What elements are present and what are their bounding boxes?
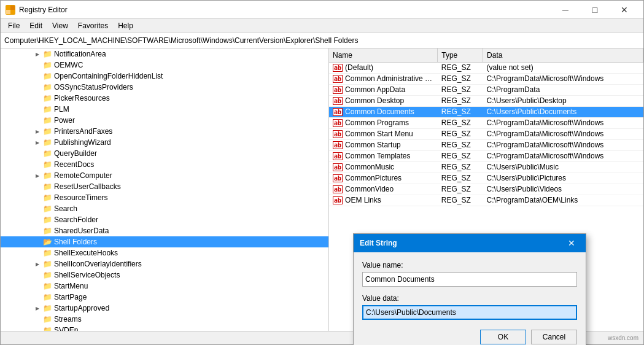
window-title: Registry Editor <box>19 6 551 14</box>
reg-type-icon: ab <box>333 130 343 138</box>
menu-edit[interactable]: Edit <box>25 20 47 31</box>
table-row[interactable]: abCommon DesktopREG_SZC:\Users\Public\De… <box>329 95 643 106</box>
tree-expand-arrow[interactable]: ▶ <box>33 262 42 267</box>
col-header-name: Name <box>329 48 438 62</box>
table-row[interactable]: abCommonMusicREG_SZC:\Users\Public\Music <box>329 161 643 172</box>
table-row[interactable]: abCommonVideoREG_SZC:\Users\Public\Video… <box>329 184 643 195</box>
tree-item-label: ShellIconOverlayIdentifiers <box>54 260 142 268</box>
tree-item-label: PLM <box>54 105 69 114</box>
tree-item[interactable]: 📁OEMWC <box>1 60 328 71</box>
value-type-cell: REG_SZ <box>438 62 483 73</box>
tree-item[interactable]: ▶📁RemoteComputer <box>1 170 328 181</box>
table-row[interactable]: abCommon ProgramsREG_SZC:\ProgramData\Mi… <box>329 117 643 128</box>
folder-icon: 📁 <box>42 182 52 191</box>
tree-item[interactable]: ▶📁PublishingWizard <box>1 137 328 148</box>
tree-item-label: StartPage <box>54 293 87 301</box>
value-name-input[interactable] <box>362 272 577 287</box>
svg-rect-2 <box>6 10 10 14</box>
cancel-button[interactable]: Cancel <box>531 330 577 344</box>
tree-item[interactable]: 📁StartPage <box>1 292 328 303</box>
table-row[interactable]: abCommonPicturesREG_SZC:\Users\Public\Pi… <box>329 172 643 184</box>
tree-item[interactable]: 📁ResourceTimers <box>1 192 328 203</box>
folder-icon: 📁 <box>42 326 52 331</box>
tree-item-label: SearchFolder <box>54 215 98 224</box>
table-row[interactable]: ab(Default)REG_SZ(value not set) <box>329 62 643 73</box>
reg-type-icon: ab <box>333 185 343 193</box>
value-type-cell: REG_SZ <box>438 172 483 184</box>
tree-expand-arrow[interactable]: ▶ <box>33 52 42 57</box>
dialog-close-button[interactable]: ✕ <box>564 235 580 251</box>
tree-item[interactable]: ▶📁ShellIconOverlayIdentifiers <box>1 258 328 269</box>
tree-item[interactable]: 📁OpenContainingFolderHiddenList <box>1 71 328 82</box>
tree-expand-arrow[interactable]: ▶ <box>33 173 42 179</box>
folder-icon: 📁 <box>42 160 52 169</box>
tree-item-label: RemoteComputer <box>54 171 112 180</box>
maximize-button[interactable]: □ <box>581 1 609 19</box>
ok-button[interactable]: OK <box>480 330 526 344</box>
tree-item-label: Power <box>54 116 75 125</box>
tree-item[interactable]: 📁SearchFolder <box>1 214 328 225</box>
tree-expand-arrow[interactable]: ▶ <box>33 306 42 311</box>
table-row[interactable]: abCommon AppDataREG_SZC:\ProgramData <box>329 84 643 95</box>
value-type-cell: REG_SZ <box>438 84 483 95</box>
tree-item[interactable]: 📁ResetUserCallbacks <box>1 181 328 192</box>
tree-item-label: Search <box>54 204 77 213</box>
table-row[interactable]: abCommon DocumentsREG_SZC:\Users\Public\… <box>329 106 643 117</box>
tree-item[interactable]: 📁QueryBuilder <box>1 148 328 159</box>
tree-item-label: PickerResources <box>54 94 110 103</box>
value-name-cell: abCommon Administrative To... <box>329 73 438 84</box>
value-data-cell: C:\ProgramData\OEM\Links <box>483 195 643 206</box>
dialog-title: Edit String <box>360 239 397 247</box>
tree-item-label: StartMenu <box>54 282 88 290</box>
menu-bar: File Edit View Favorites Help <box>1 19 643 33</box>
close-button[interactable]: ✕ <box>610 1 638 19</box>
value-data-cell: C:\ProgramData\Microsoft\Windows <box>483 73 643 84</box>
tree-item-label: QueryBuilder <box>54 149 97 158</box>
tree-item[interactable]: 📁ShellServiceObjects <box>1 269 328 281</box>
table-row[interactable]: abCommon StartupREG_SZC:\ProgramData\Mic… <box>329 139 643 150</box>
value-name-cell: abCommon AppData <box>329 84 438 95</box>
tree-item[interactable]: 📁Search <box>1 203 328 214</box>
tree-item[interactable]: 📁SVDEn <box>1 325 328 331</box>
tree-expand-arrow[interactable]: ▶ <box>33 129 42 134</box>
value-type-cell: REG_SZ <box>438 139 483 150</box>
table-row[interactable]: abCommon Start MenuREG_SZC:\ProgramData\… <box>329 128 643 139</box>
tree-item[interactable]: 📁OSSyncStatusProviders <box>1 82 328 93</box>
tree-item[interactable]: ▶📁PrintersAndFaxes <box>1 126 328 137</box>
folder-icon: 📁 <box>42 193 52 202</box>
menu-view[interactable]: View <box>47 20 73 31</box>
tree-item[interactable]: 📁StartMenu <box>1 281 328 292</box>
value-data-cell: C:\Users\Public\Pictures <box>483 172 643 184</box>
tree-item[interactable]: 📁Streams <box>1 314 328 325</box>
tree-item[interactable]: ▶📁NotificationArea <box>1 48 328 60</box>
value-data-cell: C:\Users\Public\Music <box>483 161 643 172</box>
registry-values-table: Name Type Data ab(Default)REG_SZ(value n… <box>329 48 643 206</box>
folder-icon: 📁 <box>42 138 52 147</box>
menu-help[interactable]: Help <box>113 20 138 31</box>
folder-icon: 📂 <box>42 238 52 246</box>
table-row[interactable]: abCommon TemplatesREG_SZC:\ProgramData\M… <box>329 150 643 161</box>
tree-item[interactable]: 📁PickerResources <box>1 93 328 104</box>
tree-item[interactable]: ▶📁StartupApproved <box>1 303 328 314</box>
tree-item[interactable]: 📁ShellExecuteHooks <box>1 247 328 258</box>
registry-tree[interactable]: ▶📁NotificationArea📁OEMWC📁OpenContainingF… <box>1 48 329 331</box>
tree-item[interactable]: 📁SharedUserData <box>1 225 328 236</box>
value-name-cell: abOEM Links <box>329 195 438 206</box>
folder-icon: 📁 <box>42 50 52 58</box>
tree-item[interactable]: 📁RecentDocs <box>1 159 328 170</box>
menu-file[interactable]: File <box>3 20 25 31</box>
table-row[interactable]: abOEM LinksREG_SZC:\ProgramData\OEM\Link… <box>329 195 643 206</box>
value-data-input[interactable] <box>362 305 577 320</box>
menu-favorites[interactable]: Favorites <box>73 20 113 31</box>
value-name-cell: abCommon Desktop <box>329 95 438 106</box>
value-data-cell: C:\Users\Public\Documents <box>483 106 643 117</box>
tree-item[interactable]: 📂Shell Folders <box>1 236 328 247</box>
value-type-cell: REG_SZ <box>438 184 483 195</box>
folder-icon: 📁 <box>42 315 52 324</box>
minimize-button[interactable]: ─ <box>551 1 580 19</box>
tree-expand-arrow[interactable]: ▶ <box>33 140 42 145</box>
value-type-cell: REG_SZ <box>438 161 483 172</box>
tree-item[interactable]: 📁PLM <box>1 104 328 115</box>
table-row[interactable]: abCommon Administrative To...REG_SZC:\Pr… <box>329 73 643 84</box>
tree-item[interactable]: 📁Power <box>1 115 328 126</box>
